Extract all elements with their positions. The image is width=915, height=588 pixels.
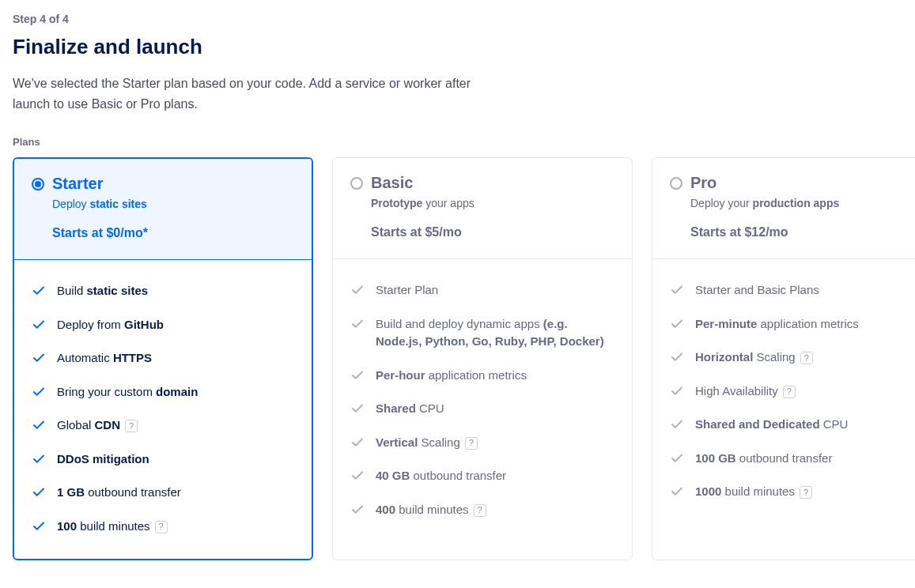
feature-text: 400 build minutes? [376,501,486,519]
feature-item: 100 build minutes? [32,510,294,544]
check-icon [670,417,684,432]
check-icon [32,284,46,298]
feature-text: 1 GB outbound transfer [57,484,181,502]
plan-title-row: Pro [670,174,915,192]
feature-item: Starter and Basic Plans [670,273,915,307]
plans-section-label: Plans [13,136,902,148]
feature-text: 100 build minutes? [57,518,168,536]
check-icon [670,350,684,364]
check-icon [32,318,46,332]
feature-item: 400 build minutes? [350,493,614,527]
plan-card-basic[interactable]: BasicPrototype your appsStarts at $5/moS… [332,157,633,560]
radio-icon[interactable] [32,178,44,190]
check-icon [32,385,46,399]
check-icon [32,519,46,533]
feature-item: Starter Plan [350,273,614,307]
page-title: Finalize and launch [13,35,902,59]
feature-item: 100 GB outbound transfer [670,442,915,476]
help-icon[interactable]: ? [800,352,813,364]
plan-card-starter[interactable]: StarterDeploy static sitesStarts at $0/m… [13,157,313,560]
plan-tagline: Deploy static sites [52,198,294,210]
feature-text: Automatic HTTPS [57,349,152,368]
plan-price: Starts at $5/mo [371,225,614,239]
feature-item: 40 GB outbound transfer [350,459,614,493]
plans-container: StarterDeploy static sitesStarts at $0/m… [13,157,902,560]
plan-features: Starter PlanBuild and deploy dynamic app… [333,259,632,542]
check-icon [670,283,684,297]
plan-card-pro[interactable]: ProDeploy your production appsStarts at … [652,157,915,560]
feature-item: Global CDN? [32,409,294,443]
feature-item: Bring your custom domain [32,375,294,409]
check-icon [350,401,365,416]
plan-title-row: Starter [32,175,294,193]
plan-features: Build static sitesDeploy from GitHubAuto… [14,260,312,559]
feature-text: Global CDN? [57,416,138,435]
radio-icon[interactable] [350,177,363,190]
help-icon[interactable]: ? [474,504,486,517]
feature-text: Build and deploy dynamic apps (e.g. Node… [376,315,614,351]
plan-price: Starts at $0/mo* [52,226,294,240]
feature-text: Per-minute application metrics [695,315,859,334]
help-icon[interactable]: ? [125,420,138,432]
check-icon [670,317,684,331]
plan-name: Starter [52,175,103,193]
plan-tagline: Deploy your production apps [690,197,915,209]
check-icon [350,283,365,297]
feature-item: High Availability? [670,375,915,409]
page-subtitle: We've selected the Starter plan based on… [13,74,487,114]
check-icon [670,451,684,466]
check-icon [350,503,365,517]
check-icon [350,368,365,383]
feature-text: DDoS mitigation [57,450,149,469]
feature-text: Shared CPU [376,400,444,418]
feature-item: Shared CPU [350,392,614,426]
feature-item: Vertical Scaling? [350,426,614,460]
feature-item: Shared and Dedicated CPU [670,408,915,442]
plan-name: Basic [371,174,413,192]
feature-text: 1000 build minutes? [695,483,812,501]
plan-name: Pro [690,174,716,192]
feature-item: Deploy from GitHub [32,308,294,342]
feature-text: Starter Plan [376,281,438,300]
check-icon [670,384,684,398]
plan-tagline: Prototype your apps [371,197,614,209]
feature-text: Shared and Dedicated CPU [695,416,848,434]
feature-text: Starter and Basic Plans [695,281,819,300]
plan-header: StarterDeploy static sitesStarts at $0/m… [14,159,312,260]
feature-item: 1 GB outbound transfer [32,476,294,510]
feature-text: Build static sites [57,282,148,300]
plan-header: ProDeploy your production appsStarts at … [652,158,915,259]
check-icon [32,351,46,365]
feature-item: Per-minute application metrics [670,307,915,341]
help-icon[interactable]: ? [465,437,478,450]
feature-text: Vertical Scaling? [376,434,478,452]
check-icon [350,469,365,483]
step-indicator: Step 4 of 4 [13,13,902,25]
check-icon [32,485,46,499]
check-icon [32,418,46,432]
plan-title-row: Basic [350,174,614,192]
check-icon [350,435,365,450]
check-icon [670,484,684,499]
feature-item: Automatic HTTPS [32,341,294,375]
help-icon[interactable]: ? [783,386,796,398]
help-icon[interactable]: ? [155,521,168,533]
feature-item: Build static sites [32,274,294,308]
feature-text: High Availability? [695,383,796,401]
feature-text: Bring your custom domain [57,383,198,401]
feature-item: DDoS mitigation [32,443,294,477]
help-icon[interactable]: ? [800,486,812,499]
plan-features: Starter and Basic PlansPer-minute applic… [652,259,915,525]
feature-item: 1000 build minutes? [670,475,915,509]
feature-text: Deploy from GitHub [57,316,164,334]
radio-icon[interactable] [670,177,682,190]
feature-item: Per-hour application metrics [350,359,614,393]
feature-text: 40 GB outbound transfer [376,467,506,485]
feature-text: Horizontal Scaling? [695,349,813,367]
check-icon [32,452,46,466]
plan-price: Starts at $12/mo [690,225,915,239]
feature-item: Horizontal Scaling? [670,341,915,375]
plan-header: BasicPrototype your appsStarts at $5/mo [333,158,632,259]
feature-text: 100 GB outbound transfer [695,450,832,468]
feature-text: Per-hour application metrics [376,367,527,385]
